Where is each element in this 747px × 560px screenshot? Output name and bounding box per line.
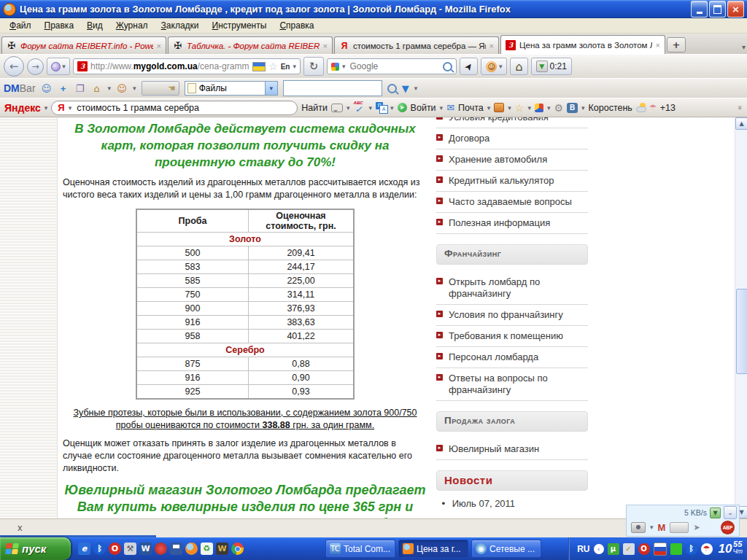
- ukraine-flag-icon[interactable]: [252, 62, 266, 71]
- chevron-down-icon[interactable]: ▾: [440, 104, 444, 112]
- menu-bookmarks[interactable]: Закладки: [155, 19, 206, 32]
- services-cube-icon[interactable]: [535, 104, 543, 112]
- tab-reibert-forum[interactable]: ✠ Форум сайта REIBERT.info - Powered b..…: [1, 36, 166, 54]
- home-button[interactable]: ⌂: [510, 58, 527, 75]
- menu-help[interactable]: Справка: [273, 19, 320, 32]
- task-firefox-active[interactable]: Цена за г...: [398, 540, 468, 558]
- scroll-up-icon[interactable]: ▲: [735, 117, 747, 130]
- find-button[interactable]: Найти: [301, 103, 328, 113]
- user-icon[interactable]: ☺: [116, 82, 128, 94]
- sidebar-item-faq[interactable]: ▸Часто задаваемые вопросы: [436, 192, 588, 213]
- keyboard-layout-badge[interactable]: En: [281, 63, 290, 71]
- home-globe-icon[interactable]: ⌂: [91, 82, 103, 94]
- chevron-down-icon[interactable]: ▾: [390, 104, 394, 112]
- adblock-icon[interactable]: ABP: [721, 521, 735, 534]
- spellcheck-icon[interactable]: ABC✓: [354, 102, 365, 113]
- language-indicator[interactable]: RU: [577, 544, 589, 554]
- chevron-down-icon[interactable]: ▾: [293, 63, 296, 70]
- firefox-icon[interactable]: [185, 542, 198, 555]
- yandex-logo[interactable]: Яндекс: [4, 102, 41, 114]
- tab-yandex-search[interactable]: Я стоимость 1 грамма серебра — Яндек... …: [334, 36, 499, 54]
- arrow-tool-icon[interactable]: ➤: [693, 523, 700, 532]
- tab-close-icon[interactable]: ×: [157, 42, 161, 50]
- bookmark-star-icon[interactable]: ☆: [268, 61, 278, 72]
- sidebar-item-franchise-terms[interactable]: ▸Условия по франчайзингу: [436, 305, 588, 326]
- yandex-search-field[interactable]: Я ▾: [51, 101, 298, 115]
- internet-explorer-icon[interactable]: e: [78, 542, 90, 555]
- history-dropdown-button[interactable]: ▾: [47, 58, 70, 75]
- tab-close-icon[interactable]: ×: [489, 42, 494, 50]
- screenshot-camera-icon[interactable]: [631, 522, 646, 533]
- findbar-close-button[interactable]: x: [18, 522, 23, 533]
- sidebar-item-franchise-answers[interactable]: ▸Ответы на вопросы по франчайзингу: [436, 368, 588, 401]
- task-total-commander[interactable]: TC Total Com...: [325, 540, 395, 558]
- tab-mygold-active[interactable]: З Цена за грамм золота в Золотом Ломб...…: [500, 35, 665, 54]
- chevron-down-icon[interactable]: ▾: [650, 524, 654, 531]
- chevron-down-icon[interactable]: ▾: [581, 104, 585, 112]
- weather-city[interactable]: Коростень: [589, 103, 632, 113]
- opera-icon[interactable]: O: [109, 542, 121, 555]
- add-icon[interactable]: +: [58, 82, 69, 94]
- sidebar-item-useful-info[interactable]: ▸Полезная информация: [436, 213, 588, 234]
- sidebar-item-jewelry-shop[interactable]: ▸Ювелирный магазин: [436, 439, 588, 460]
- settings-gear-icon[interactable]: ⚙: [554, 102, 563, 114]
- chrome-icon[interactable]: [231, 542, 244, 555]
- chevron-down-icon[interactable]: ▾: [508, 104, 511, 112]
- speed-meter-icon[interactable]: ▼: [710, 508, 721, 518]
- chevron-down-icon[interactable]: ▾: [347, 104, 350, 112]
- forward-button[interactable]: →: [27, 58, 44, 75]
- utorrent-tray-icon[interactable]: µ: [608, 543, 619, 555]
- yandex-search-input[interactable]: [75, 102, 291, 114]
- menu-edit[interactable]: Правка: [38, 19, 81, 32]
- bluetooth-tray-icon[interactable]: ᛒ: [686, 543, 697, 555]
- bluetooth-icon[interactable]: ᛒ: [93, 542, 106, 555]
- sidebar-item-open-lombard[interactable]: ▸Открыть ломбард по франчайзингу: [436, 272, 588, 305]
- menu-file[interactable]: Файл: [3, 19, 38, 32]
- back-button[interactable]: ←: [4, 56, 24, 77]
- vk-icon[interactable]: B: [567, 103, 578, 113]
- translate-icon[interactable]: ЯA: [376, 102, 387, 113]
- sidebar-item-credit-calculator[interactable]: ▸Кредитный калькулятор: [436, 171, 588, 192]
- toolbar-overflow-icon[interactable]: »: [735, 105, 745, 110]
- drag-drop-button[interactable]: ☚: [142, 81, 179, 96]
- chevron-down-icon[interactable]: ▾: [69, 104, 72, 112]
- mail-notifier-icon[interactable]: M: [658, 522, 666, 533]
- volume-tray-icon[interactable]: ✓: [623, 543, 635, 555]
- antivirus-tray-icon[interactable]: ☂: [701, 543, 713, 555]
- chevron-down-icon[interactable]: ▾: [527, 104, 531, 112]
- opera-tray-icon[interactable]: O: [638, 543, 650, 555]
- address-bar[interactable]: З http://www.mygold.com.ua/cena-gramm-zo…: [73, 58, 301, 74]
- search-icon[interactable]: [443, 62, 452, 71]
- new-tab-button[interactable]: +: [667, 37, 686, 52]
- chevron-down-icon[interactable]: ▾: [414, 85, 418, 92]
- tools-icon[interactable]: ⚒: [124, 542, 136, 555]
- menu-history[interactable]: Журнал: [109, 19, 155, 32]
- gesture-tool-icon[interactable]: [670, 522, 689, 533]
- sidebar-item-car-storage[interactable]: ▸Хранение автомобиля: [436, 149, 588, 171]
- panel-collapse-icon[interactable]: ⌄: [724, 506, 737, 519]
- search-input[interactable]: [349, 61, 440, 72]
- taskbar-clock[interactable]: 10 55Чт: [719, 540, 743, 558]
- start-button[interactable]: пуск: [0, 537, 71, 560]
- news-item[interactable]: •Июль 07, 2011: [436, 498, 588, 509]
- files-select[interactable]: Файлы ▾: [185, 81, 278, 96]
- close-button[interactable]: ×: [727, 1, 744, 18]
- recycle-icon[interactable]: ♻: [201, 542, 213, 555]
- wot-game-icon[interactable]: W: [216, 542, 228, 555]
- mail-button[interactable]: Почта: [458, 103, 484, 113]
- word-icon[interactable]: W: [139, 542, 152, 555]
- chevron-down-icon[interactable]: ▾: [108, 85, 112, 92]
- red-app-icon[interactable]: [155, 542, 167, 555]
- minimize-button[interactable]: [691, 1, 708, 18]
- chevron-down-icon[interactable]: ▾: [547, 104, 551, 112]
- addon-monkey-button[interactable]: ☺ ▾: [481, 58, 508, 75]
- sidebar-item-staff[interactable]: ▸Персонал ломбарда: [436, 347, 588, 368]
- window-titlebar[interactable]: Цена за грамм золота в Золотом Ломбарде …: [0, 0, 747, 18]
- reload-button[interactable]: ↻: [303, 57, 324, 76]
- login-button[interactable]: Войти: [411, 103, 436, 113]
- menu-view[interactable]: Вид: [80, 19, 109, 32]
- tab-reibert-table[interactable]: ✠ Табличка. - Форум сайта REIBERT.info ×: [168, 36, 333, 54]
- tab-overflow-icon[interactable]: ▾: [742, 43, 746, 51]
- google-search-box[interactable]: ▾: [327, 58, 457, 74]
- sidebar-item-premises[interactable]: ▸Требования к помещению: [436, 326, 588, 347]
